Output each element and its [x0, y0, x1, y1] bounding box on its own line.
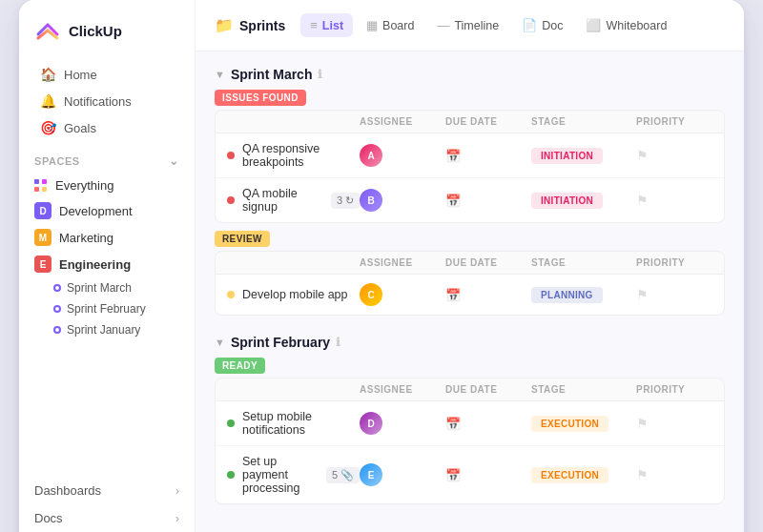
assignee-cell: A	[360, 144, 445, 167]
grid-icon	[34, 179, 48, 193]
sidebar: ClickUp 🏠 Home 🔔 Notifications 🎯 Goals S…	[19, 0, 196, 532]
chevron-march: ▼	[215, 69, 225, 80]
task-color-dot	[227, 419, 235, 427]
avatar: E	[360, 463, 382, 486]
sidebar-item-goals[interactable]: 🎯 Goals	[25, 114, 189, 141]
task-color-dot	[227, 471, 235, 479]
doc-icon: 📄	[522, 18, 537, 32]
space-icon-development: D	[34, 202, 52, 219]
timeline-icon: —	[437, 18, 449, 32]
chevron-right-icon: ›	[175, 483, 179, 498]
stage-cell: EXECUTION	[531, 416, 636, 432]
priority-cell: ⚑	[636, 467, 712, 482]
flag-icon: ⚑	[636, 287, 649, 302]
whiteboard-icon: ⬜	[586, 18, 601, 32]
stage-cell: INITIATION	[531, 148, 636, 164]
home-icon: 🏠	[40, 67, 56, 82]
folder-icon: 📁	[215, 16, 234, 34]
stage-cell: PLANNING	[531, 287, 636, 303]
table-row[interactable]: QA responsive breakpoints A 📅 INITIATION	[216, 133, 724, 178]
tab-doc[interactable]: 📄 Doc	[512, 13, 572, 37]
due-date-cell: 📅	[445, 468, 531, 482]
tab-timeline[interactable]: — Timeline	[427, 13, 508, 37]
stage-cell: INITIATION	[531, 193, 636, 209]
sidebar-item-everything[interactable]: Everything	[19, 174, 195, 197]
sidebar-item-dashboards[interactable]: Dashboards ›	[19, 477, 195, 504]
sidebar-item-sprint-january[interactable]: Sprint January	[19, 319, 195, 340]
task-color-dot	[227, 152, 235, 159]
app-window: ClickUp 🏠 Home 🔔 Notifications 🎯 Goals S…	[19, 0, 744, 532]
list-icon: ≡	[310, 18, 318, 32]
task-name: QA mobile signup 3 ↻	[227, 187, 360, 214]
sprint-icon-january	[53, 326, 61, 334]
due-date-cell: 📅	[445, 194, 531, 208]
group-review: REVIEW ASSIGNEE DUE DATE STAGE PRIORITY	[215, 231, 725, 316]
calendar-icon: 📅	[445, 468, 461, 482]
topbar: 📁 Sprints ≡ List ▦ Board — Timeline 📄 Do…	[196, 0, 744, 51]
calendar-icon: 📅	[445, 417, 461, 431]
tab-board[interactable]: ▦ Board	[357, 13, 423, 37]
sprint-march-header[interactable]: ▼ Sprint March ℹ	[215, 67, 725, 82]
sidebar-item-docs[interactable]: Docs ›	[19, 504, 195, 532]
task-color-dot	[227, 291, 235, 298]
priority-cell: ⚑	[636, 148, 712, 163]
space-icon-engineering: E	[34, 256, 52, 273]
task-name: Set up payment processing 5 📎	[227, 455, 360, 495]
tab-list[interactable]: ≡ List	[300, 13, 353, 37]
sprint-section-february: ▼ Sprint February ℹ READY ASSIGNEE DUE D…	[215, 335, 725, 504]
badge-ready: READY	[215, 358, 265, 374]
calendar-icon: 📅	[445, 149, 461, 163]
sprint-january-header[interactable]: › Sprint January ℹ	[215, 523, 725, 532]
section-title: 📁 Sprints	[215, 16, 285, 34]
table-row[interactable]: Setup mobile notifications D 📅 EXECUTION	[216, 401, 724, 446]
main-content: 📁 Sprints ≡ List ▦ Board — Timeline 📄 Do…	[196, 0, 744, 532]
sidebar-item-development[interactable]: D Development	[19, 197, 195, 224]
table-row[interactable]: Set up payment processing 5 📎 E 📅	[216, 446, 724, 503]
sidebar-item-sprint-february[interactable]: Sprint February	[19, 298, 195, 319]
flag-icon: ⚑	[636, 148, 649, 163]
due-date-cell: 📅	[445, 417, 531, 431]
logo-icon	[34, 17, 61, 44]
table-row[interactable]: QA mobile signup 3 ↻ B 📅	[216, 178, 724, 222]
tab-whiteboard[interactable]: ⬜ Whiteboard	[576, 13, 676, 37]
task-name: QA responsive breakpoints	[227, 142, 360, 169]
sprint-february-header[interactable]: ▼ Sprint February ℹ	[215, 335, 725, 350]
flag-icon: ⚑	[636, 193, 649, 208]
flag-icon: ⚑	[636, 416, 649, 431]
app-name: ClickUp	[69, 23, 122, 39]
table-row[interactable]: Develop mobile app C 📅 PLANNING	[216, 275, 724, 315]
spaces-section-label: Spaces ⌄	[19, 141, 195, 174]
logo-area: ClickUp	[19, 17, 195, 61]
sprint-february-info: ℹ	[336, 336, 340, 349]
priority-cell: ⚑	[636, 416, 712, 431]
priority-cell: ⚑	[636, 193, 712, 208]
bell-icon: 🔔	[40, 93, 56, 109]
badge-review: REVIEW	[215, 231, 270, 247]
task-table-issues: ASSIGNEE DUE DATE STAGE PRIORITY QA resp…	[215, 110, 725, 223]
calendar-icon: 📅	[445, 194, 461, 208]
task-name: Develop mobile app	[227, 288, 360, 301]
sprint-section-march: ▼ Sprint March ℹ ISSUES FOUND ASSIGNEE D…	[215, 67, 725, 316]
due-date-cell: 📅	[445, 288, 531, 302]
sidebar-item-sprint-march[interactable]: Sprint March	[19, 277, 195, 298]
assignee-cell: B	[360, 189, 445, 212]
table-header-ready: ASSIGNEE DUE DATE STAGE PRIORITY	[216, 379, 724, 401]
sidebar-item-engineering[interactable]: E Engineering Sprint March Sprint Februa…	[19, 251, 195, 340]
sprint-section-january: › Sprint January ℹ	[215, 523, 725, 532]
task-table-ready: ASSIGNEE DUE DATE STAGE PRIORITY Setup m…	[215, 378, 725, 504]
chevron-right-icon-docs: ›	[175, 511, 179, 525]
group-ready: READY ASSIGNEE DUE DATE STAGE PRIORITY	[215, 358, 725, 504]
avatar: D	[360, 412, 382, 435]
chevron-down-icon: ⌄	[169, 154, 179, 168]
sprint-icon-february	[53, 305, 61, 313]
table-header-review: ASSIGNEE DUE DATE STAGE PRIORITY	[216, 252, 724, 275]
sidebar-item-home[interactable]: 🏠 Home	[25, 61, 189, 88]
task-name: Setup mobile notifications	[227, 410, 360, 437]
paperclip-icon: 📎	[340, 469, 354, 481]
task-badge-count: 3 ↻	[331, 193, 360, 209]
sidebar-item-notifications[interactable]: 🔔 Notifications	[25, 88, 189, 114]
avatar: B	[360, 189, 382, 212]
stage-cell: EXECUTION	[531, 467, 636, 483]
group-issues-found: ISSUES FOUND ASSIGNEE DUE DATE STAGE PRI…	[215, 90, 725, 223]
sidebar-item-marketing[interactable]: M Marketing	[19, 224, 195, 251]
